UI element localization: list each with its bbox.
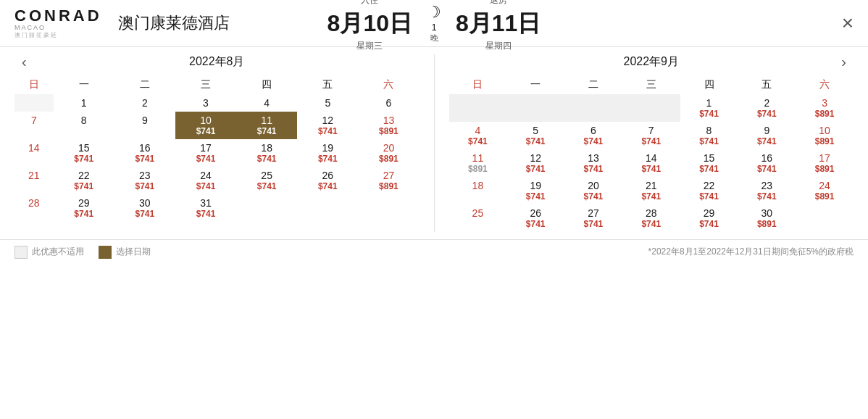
- calendar-week: 123456: [14, 94, 420, 112]
- day-number: 12: [299, 115, 356, 126]
- calendar-day[interactable]: 3: [175, 94, 236, 112]
- calendar-week: 4$7415$7416$7417$7418$7419$74110$891: [449, 122, 854, 149]
- calendar-day[interactable]: 4: [236, 94, 297, 112]
- day-number: 13: [359, 115, 417, 126]
- calendar-day[interactable]: 18: [449, 177, 507, 204]
- hotel-name: 澳门康莱德酒店: [118, 12, 230, 34]
- day-number: 18: [238, 142, 296, 154]
- calendar-day[interactable]: 23$741: [738, 177, 796, 204]
- next-month-button[interactable]: ›: [834, 54, 854, 70]
- calendar-day[interactable]: 21: [14, 167, 54, 194]
- legend-selected: 选择日期: [99, 246, 151, 259]
- calendar-day[interactable]: 25: [449, 204, 507, 232]
- calendar-day[interactable]: 3$891: [796, 94, 854, 122]
- close-button[interactable]: ×: [842, 12, 854, 35]
- calendar-day[interactable]: 4$741: [449, 122, 507, 149]
- day-number: 17: [797, 152, 852, 164]
- calendar-day[interactable]: 1: [54, 94, 114, 112]
- calendar-day[interactable]: 8$741: [680, 122, 738, 149]
- calendar-day[interactable]: 26$741: [506, 204, 564, 232]
- calendar-day[interactable]: 17$741: [175, 139, 236, 167]
- september-nav: 2022年9月 ›: [449, 54, 854, 70]
- calendar-day[interactable]: 10$891: [796, 122, 854, 149]
- calendar-day[interactable]: 1$741: [680, 94, 738, 122]
- day-number: 16: [116, 142, 174, 154]
- day-number: 27: [359, 170, 417, 181]
- calendar-day[interactable]: 7: [14, 112, 54, 139]
- calendar-day[interactable]: 17$891: [796, 149, 854, 177]
- calendar-day[interactable]: 6$741: [564, 122, 622, 149]
- calendar-day[interactable]: 24$891: [796, 177, 854, 204]
- calendar-day[interactable]: 5$741: [506, 122, 564, 149]
- calendar-day[interactable]: 14$741: [622, 149, 680, 177]
- calendar-day[interactable]: 25$741: [236, 167, 297, 194]
- calendar-week: 2122$74123$74124$74125$74126$74127$891: [14, 167, 420, 194]
- calendar-day[interactable]: 27$741: [564, 204, 622, 232]
- calendar-day[interactable]: 12$741: [506, 149, 564, 177]
- day-header: 六: [358, 75, 419, 94]
- day-price: $741: [451, 136, 506, 146]
- calendar-day[interactable]: 8: [54, 112, 114, 139]
- calendar-day[interactable]: 29$741: [54, 194, 114, 222]
- day-header: 四: [236, 75, 297, 94]
- checkin-weekday: 星期三: [327, 40, 412, 52]
- calendar-day[interactable]: 22$741: [54, 167, 114, 194]
- calendar-day[interactable]: 15$741: [54, 139, 114, 167]
- footnote: *2022年8月1至2022年12月31日期间免征5%的政府税: [648, 246, 854, 258]
- calendar-day[interactable]: 29$741: [680, 204, 738, 232]
- calendar-day[interactable]: 26$741: [297, 167, 358, 194]
- calendar-day[interactable]: 15$741: [680, 149, 738, 177]
- calendar-week: 11$89112$74113$74114$74115$74116$74117$8…: [449, 149, 854, 177]
- day-number: 5: [299, 97, 356, 109]
- calendar-day[interactable]: 14: [14, 139, 54, 167]
- calendar-day[interactable]: 2$741: [738, 94, 796, 122]
- calendar-day[interactable]: 23$741: [114, 167, 175, 194]
- calendar-day[interactable]: 28: [14, 194, 54, 222]
- calendar-day[interactable]: 19$741: [506, 177, 564, 204]
- day-number: 4: [451, 125, 506, 136]
- calendar-day[interactable]: 9$741: [738, 122, 796, 149]
- day-number: 6: [359, 97, 417, 109]
- september-calendar: 2022年9月 › 日一二三四五六 1$7412$7413$8914$7415$…: [435, 54, 869, 232]
- day-price: $741: [177, 181, 235, 191]
- calendar-day[interactable]: 27$891: [358, 167, 419, 194]
- calendar-day[interactable]: 31$741: [175, 194, 236, 222]
- calendar-day[interactable]: 11$891: [449, 149, 507, 177]
- calendar-day[interactable]: 24$741: [175, 167, 236, 194]
- day-number: 20: [566, 180, 621, 191]
- calendar-day[interactable]: 12$741: [297, 112, 358, 139]
- calendar-day[interactable]: 5: [297, 94, 358, 112]
- day-number: 20: [359, 142, 417, 154]
- calendar-day: [796, 204, 854, 232]
- calendar-day[interactable]: 30$741: [114, 194, 175, 222]
- calendar-day[interactable]: 22$741: [680, 177, 738, 204]
- calendar-day[interactable]: 11$741: [236, 112, 297, 139]
- calendar-day[interactable]: 21$741: [622, 177, 680, 204]
- calendar-day[interactable]: 7$741: [622, 122, 680, 149]
- calendar-day[interactable]: 30$891: [738, 204, 796, 232]
- calendar-day[interactable]: 16$741: [114, 139, 175, 167]
- calendar-day[interactable]: 16$741: [738, 149, 796, 177]
- calendar-day[interactable]: 13$741: [564, 149, 622, 177]
- calendar-day: [358, 194, 419, 222]
- calendar-day[interactable]: 19$741: [297, 139, 358, 167]
- august-calendar: ‹ 2022年8月 日一二三四五六 12345678910$74111$7411…: [0, 54, 434, 232]
- calendar-day[interactable]: 9: [114, 112, 175, 139]
- day-number: 3: [797, 97, 852, 109]
- calendar-day[interactable]: 2: [114, 94, 175, 112]
- day-price: $741: [177, 126, 235, 136]
- calendar-day[interactable]: 20$741: [564, 177, 622, 204]
- day-number: 6: [566, 125, 621, 136]
- august-title: 2022年8月: [189, 54, 245, 70]
- calendar-day[interactable]: 13$891: [358, 112, 419, 139]
- calendar-day[interactable]: 10$741: [175, 112, 236, 139]
- calendar-day[interactable]: 6: [358, 94, 419, 112]
- calendar-day[interactable]: 20$891: [358, 139, 419, 167]
- day-number: 21: [16, 170, 52, 181]
- footer: 此优惠不适用 选择日期 *2022年8月1至2022年12月31日期间免征5%的…: [0, 239, 868, 265]
- prev-month-button[interactable]: ‹: [14, 54, 34, 70]
- day-header: 二: [564, 75, 622, 94]
- day-number: 19: [508, 180, 563, 191]
- calendar-day[interactable]: 28$741: [622, 204, 680, 232]
- calendar-day[interactable]: 18$741: [236, 139, 297, 167]
